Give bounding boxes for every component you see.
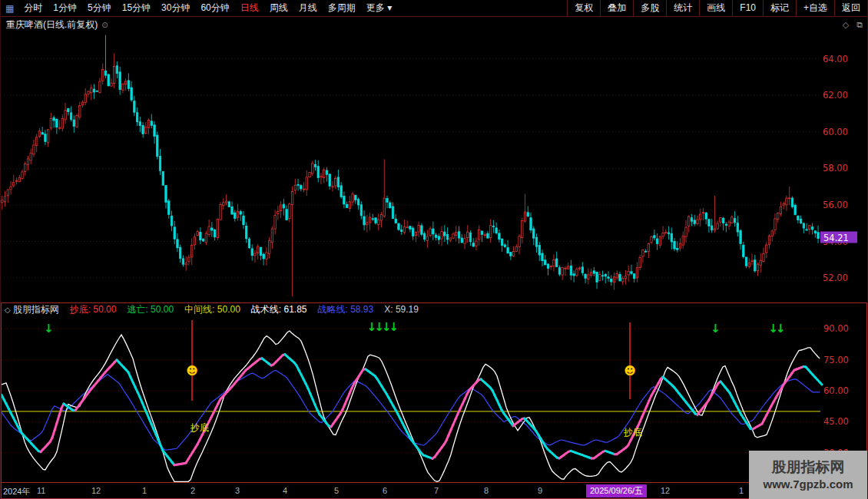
top-toolbar: ▦ 分时1分钟5分钟15分钟30分钟60分钟日线周线月线多周期更多 ▾ 复权叠加… — [1, 0, 867, 17]
timeaxis-label-11: 9 — [538, 486, 542, 495]
smiley-marker-icon: ☻︎ — [624, 364, 636, 378]
svg-text:62.00: 62.00 — [823, 90, 848, 101]
toolbar-period-10[interactable]: 更多 ▾ — [361, 0, 397, 16]
watermark-title: 股朋指标网 — [772, 458, 845, 477]
svg-text:60.00: 60.00 — [823, 385, 849, 396]
indicator-header-item-4: 战术线: 61.85 — [251, 304, 307, 315]
chart-title-bar: 重庆啤酒(日线.前复权) ⊙ ◇ ⧉ — [1, 17, 867, 32]
toolbar-action-3[interactable]: 统计 — [666, 0, 699, 16]
chaodi-label: 抄底 — [190, 422, 209, 433]
stock-title: 重庆啤酒(日线.前复权) — [6, 18, 98, 31]
candles — [2, 35, 820, 296]
watermark: 股朋指标网 www.7gpzb.com — [749, 451, 867, 499]
sell-arrow-icon: ↓↓↓↓ — [367, 320, 397, 334]
indicator-header-item-3: 中间线: 50.00 — [184, 304, 240, 315]
toolbar-period-8[interactable]: 月线 — [293, 0, 323, 16]
period-menu: 分时1分钟5分钟15分钟30分钟60分钟日线周线月线多周期更多 ▾ — [18, 0, 397, 16]
indicator-values: 股朋指标网抄底: 50.00逃亡: 50.00中间线: 50.00战术线: 61… — [13, 303, 429, 316]
smiley-marker-icon: ☻︎ — [186, 364, 198, 378]
indicator-header-item-1: 抄底: 50.00 — [70, 304, 117, 315]
toolbar-period-9[interactable]: 多周期 — [323, 0, 361, 16]
toolbar-period-6[interactable]: 日线 — [235, 0, 264, 16]
toolbar-action-5[interactable]: F10 — [732, 0, 763, 16]
toolbar-period-3[interactable]: 15分钟 — [117, 0, 156, 16]
indicator-header-item-0: 股朋指标网 — [13, 304, 59, 315]
indicator-gridlines: 90.0075.0060.0045.0030.00 — [2, 323, 849, 458]
timeaxis-label-4: 2 — [190, 486, 195, 495]
sell-arrow-icon: ↓ — [44, 322, 51, 335]
toolbar-period-7[interactable]: 周线 — [264, 0, 293, 16]
watermark-url: www.7gpzb.com — [764, 477, 853, 492]
toolbar-action-1[interactable]: 叠加 — [600, 0, 633, 16]
toolbar-period-2[interactable]: 5分钟 — [82, 0, 117, 16]
svg-text:52.00: 52.00 — [823, 273, 848, 283]
toolbar-action-7[interactable]: +自选 — [796, 0, 834, 16]
toolbar-period-5[interactable]: 60分钟 — [195, 0, 234, 16]
svg-text:90.00: 90.00 — [823, 323, 849, 334]
svg-text:60.00: 60.00 — [823, 127, 848, 137]
toolbar-period-4[interactable]: 30分钟 — [156, 0, 195, 16]
svg-text:56.00: 56.00 — [823, 200, 848, 210]
candlestick-svg: 64.0062.0060.0058.0056.0054.0052.0054.21 — [1, 32, 867, 302]
sell-arrow-icon: ↓ — [711, 322, 718, 335]
toolbar-action-4[interactable]: 画线 — [699, 0, 732, 16]
timeaxis-label-7: 5 — [334, 486, 339, 495]
svg-text:54.21: 54.21 — [823, 233, 849, 243]
title-dropdown-icon[interactable]: ⊙ — [101, 21, 108, 29]
time-axis: 2024年11121234567892025/09/26/五121 — [2, 482, 866, 498]
window-layout-icon[interactable]: ⧉ — [856, 20, 863, 30]
indicator-header-item-5: 战略线: 58.93 — [318, 304, 374, 315]
indicator-diamond-icon[interactable]: ◇ — [5, 306, 11, 314]
indicator-header-item-2: 逃亡: 50.00 — [127, 304, 174, 315]
chaodi-label: 抄底 — [623, 427, 642, 438]
svg-text:75.00: 75.00 — [823, 355, 849, 365]
indicator-panel: 90.0075.0060.0045.0030.00☻︎☻︎↓↓↓↓↓↓↓↓抄底抄… — [1, 302, 867, 499]
toolbar-action-8[interactable]: 返回 — [834, 0, 867, 16]
app-window-icon[interactable]: ▦ — [1, 3, 18, 14]
timeaxis-label-5: 3 — [235, 486, 240, 495]
tdx-trading-app: ▦ 分时1分钟5分钟15分钟30分钟60分钟日线周线月线多周期更多 ▾ 复权叠加… — [0, 0, 868, 499]
indicator-header-item-6: X: 59.19 — [384, 304, 419, 315]
toolbar-action-2[interactable]: 多股 — [633, 0, 666, 16]
indicator-annotations: ☻︎☻︎↓↓↓↓↓↓↓↓抄底抄底 — [44, 320, 784, 438]
indicator-svg[interactable]: 90.0075.0060.0045.0030.00☻︎☻︎↓↓↓↓↓↓↓↓抄底抄… — [2, 303, 866, 482]
sell-arrow-icon: ↓↓ — [768, 322, 784, 335]
main-trend-line — [2, 355, 822, 465]
timeaxis-label-1: 11 — [37, 486, 45, 495]
diamond-icon[interactable]: ◇ — [843, 20, 849, 30]
timeaxis-label-2: 12 — [91, 486, 101, 495]
current-price-tag: 54.21 — [820, 232, 857, 243]
timeaxis-label-3: 1 — [142, 486, 147, 495]
timeaxis-date-highlight[interactable]: 2025/09/26/五 — [586, 484, 647, 497]
svg-text:45.00: 45.00 — [823, 416, 849, 427]
toolbar-period-0[interactable]: 分时 — [18, 0, 48, 16]
timeaxis-label-10: 8 — [484, 486, 489, 495]
toolbar-action-6[interactable]: 标记 — [763, 0, 796, 16]
timeaxis-label-13: 12 — [661, 486, 670, 495]
action-menu: 复权叠加多股统计画线F10标记+自选返回 — [567, 0, 867, 16]
indicator-header: ◇ 股朋指标网抄底: 50.00逃亡: 50.00中间线: 50.00战术线: … — [5, 304, 429, 316]
toolbar-period-1[interactable]: 1分钟 — [48, 0, 82, 16]
timeaxis-label-6: 4 — [283, 486, 287, 495]
timeaxis-label-0: 2024年 — [3, 486, 30, 497]
svg-text:58.00: 58.00 — [823, 163, 848, 173]
main-candlestick-chart[interactable]: 64.0062.0060.0058.0056.0054.0052.0054.21 — [1, 32, 867, 302]
timeaxis-label-9: 7 — [434, 486, 439, 495]
timeaxis-label-8: 6 — [383, 486, 387, 495]
timeaxis-label-14: 1 — [739, 486, 744, 495]
toolbar-action-0[interactable]: 复权 — [567, 0, 600, 16]
svg-text:64.00: 64.00 — [823, 54, 848, 64]
